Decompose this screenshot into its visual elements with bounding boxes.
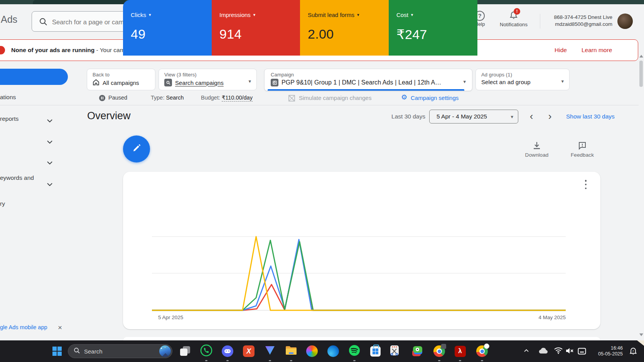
wifi-icon[interactable] bbox=[554, 347, 563, 356]
triangle-app-icon bbox=[265, 345, 275, 357]
notifications-bell-icon: ! bbox=[509, 11, 518, 22]
edit-overview-button[interactable] bbox=[123, 135, 150, 162]
campaign-settings-gear-icon: ⚙ bbox=[401, 93, 407, 101]
acrobat-app[interactable]: λ bbox=[452, 343, 468, 359]
feedback-button[interactable]: Feedback bbox=[567, 141, 598, 158]
dropdown-icon: ▾ bbox=[561, 78, 564, 84]
discord-app[interactable] bbox=[220, 343, 235, 359]
header-divider bbox=[540, 14, 540, 29]
dropdown-icon: ▾ bbox=[411, 12, 413, 17]
whatsapp-app[interactable] bbox=[199, 343, 214, 359]
banner-learn-more-button[interactable]: Learn more bbox=[582, 47, 612, 54]
section-divider bbox=[0, 105, 639, 105]
chevron-down-icon[interactable] bbox=[47, 181, 53, 188]
chrome-profile-app[interactable] bbox=[474, 343, 490, 359]
account-info[interactable]: 868-374-4725 Dnest Live mdzaid8500@gmail… bbox=[544, 14, 612, 28]
desktop-corner-peek bbox=[637, 340, 644, 346]
back-to-all-campaigns[interactable]: Back to All campaigns bbox=[87, 69, 155, 90]
scrollbar-thumb[interactable] bbox=[639, 61, 643, 87]
red-app[interactable]: X bbox=[241, 343, 256, 359]
dropdown-icon: ▾ bbox=[511, 114, 513, 120]
campaign-icon bbox=[271, 79, 278, 86]
running-indicator bbox=[481, 360, 483, 361]
campaign-budget[interactable]: Budget: ₹110.00/day bbox=[201, 95, 253, 101]
chart-options-menu[interactable] bbox=[583, 179, 589, 189]
windows-start-button[interactable] bbox=[49, 343, 65, 359]
notifications-button[interactable]: ! Notifications bbox=[498, 11, 529, 27]
sidebar-create-button[interactable] bbox=[0, 69, 68, 85]
dropdown-icon: ▾ bbox=[253, 12, 256, 17]
ad-group-selector[interactable]: Ad groups (1) Select an ad group ▾ bbox=[475, 69, 570, 90]
date-range-selector[interactable]: 5 Apr - 4 May 2025 ▾ bbox=[429, 110, 518, 123]
metric-card-impressions[interactable]: Impressions▾ 914 bbox=[212, 0, 300, 56]
microsoft-store-app[interactable] bbox=[368, 343, 383, 359]
feedback-icon bbox=[578, 144, 587, 151]
spotify-app[interactable] bbox=[347, 343, 362, 359]
sidebar-item-reports[interactable]: reports bbox=[0, 115, 19, 122]
x-axis-label-end: 4 May 2025 bbox=[508, 315, 566, 320]
windows-logo-icon bbox=[52, 347, 62, 356]
running-indicator bbox=[269, 360, 271, 361]
dropdown-icon: ▾ bbox=[149, 12, 151, 17]
triangle-app[interactable] bbox=[262, 343, 278, 359]
notification-center-bell-icon[interactable]: z bbox=[629, 347, 638, 357]
dropdown-icon: ▾ bbox=[248, 78, 251, 84]
account-email: mdzaid8500@gmail.com bbox=[544, 21, 612, 28]
campaign-selector-active-underline bbox=[268, 89, 464, 91]
campaign-selector[interactable]: Campaign PGP 9&10| Group 1 | DMC | Searc… bbox=[264, 69, 472, 91]
profile-badge bbox=[484, 343, 489, 349]
chevron-down-icon[interactable] bbox=[47, 159, 53, 166]
dropdown-icon: ▾ bbox=[357, 12, 359, 17]
touch-keyboard-icon[interactable] bbox=[578, 348, 586, 356]
view-filter-selector[interactable]: View (3 filters) Search campaigns ▾ bbox=[158, 69, 257, 90]
chevron-down-icon[interactable] bbox=[47, 138, 53, 145]
file-explorer-app[interactable] bbox=[283, 343, 299, 359]
bluestacks-app[interactable] bbox=[410, 343, 425, 359]
tray-clock[interactable]: 16:46 05-05-2025 bbox=[594, 345, 623, 357]
snipping-tool-app[interactable] bbox=[387, 343, 402, 359]
close-icon[interactable]: × bbox=[58, 323, 62, 332]
campaign-status[interactable]: Paused bbox=[108, 95, 127, 101]
edge-icon bbox=[327, 345, 339, 357]
taskbar-search-box[interactable]: Search bbox=[68, 344, 172, 358]
task-view-button[interactable] bbox=[177, 343, 193, 359]
copilot-app[interactable] bbox=[304, 343, 320, 359]
banner-hide-button[interactable]: Hide bbox=[555, 47, 567, 54]
chrome-app[interactable] bbox=[432, 343, 447, 359]
simulate-changes-button: Simulate campaign changes bbox=[299, 95, 371, 101]
chevron-down-icon[interactable] bbox=[47, 117, 53, 124]
show-last-30-days-link[interactable]: Show last 30 days bbox=[566, 113, 615, 120]
browser-tab[interactable] bbox=[33, 0, 127, 4]
search-highlights-icon[interactable] bbox=[159, 345, 171, 357]
avatar[interactable] bbox=[617, 14, 633, 29]
overview-chart-svg bbox=[152, 230, 566, 313]
saved-view-icon bbox=[164, 79, 172, 86]
running-indicator bbox=[205, 360, 207, 361]
next-period-button[interactable]: › bbox=[545, 111, 555, 122]
scrollbar-up-arrow[interactable] bbox=[639, 55, 643, 58]
metric-card-cost[interactable]: Cost▾ ₹247 bbox=[389, 0, 477, 56]
red-app-icon: X bbox=[243, 345, 255, 357]
sidebar-item-history[interactable]: ry bbox=[0, 200, 5, 207]
mobile-app-promo-link[interactable]: gle Ads mobile app bbox=[0, 324, 47, 330]
volume-muted-icon[interactable] bbox=[565, 347, 575, 356]
sidebar-item-keywords[interactable]: eywords and bbox=[0, 174, 34, 181]
campaign-settings-button[interactable]: Campaign settings bbox=[411, 95, 459, 101]
metric-card-submit-lead-forms[interactable]: Submit lead forms▾ 2.00 bbox=[300, 0, 389, 56]
page-title: Overview bbox=[87, 110, 131, 122]
download-button[interactable]: Download bbox=[521, 141, 552, 158]
tray-show-hidden-icons[interactable] bbox=[523, 348, 529, 355]
onedrive-cloud-icon[interactable] bbox=[538, 347, 548, 356]
sidebar-item-recommendations[interactable]: ations bbox=[0, 94, 16, 101]
account-id: 868-374-4725 Dnest Live bbox=[544, 14, 612, 21]
previous-period-button[interactable]: ‹ bbox=[526, 111, 537, 122]
edge-app[interactable] bbox=[325, 343, 341, 359]
metric-card-clicks[interactable]: Clicks▾ 49 bbox=[123, 0, 212, 56]
spotify-icon bbox=[349, 345, 360, 358]
bluestacks-icon bbox=[412, 345, 423, 357]
scrollbar-down-arrow[interactable] bbox=[639, 333, 643, 336]
tray-date: 05-05-2025 bbox=[594, 351, 623, 357]
copilot-icon bbox=[306, 345, 318, 357]
notification-badge: ! bbox=[514, 8, 520, 15]
task-view-icon bbox=[180, 346, 190, 356]
